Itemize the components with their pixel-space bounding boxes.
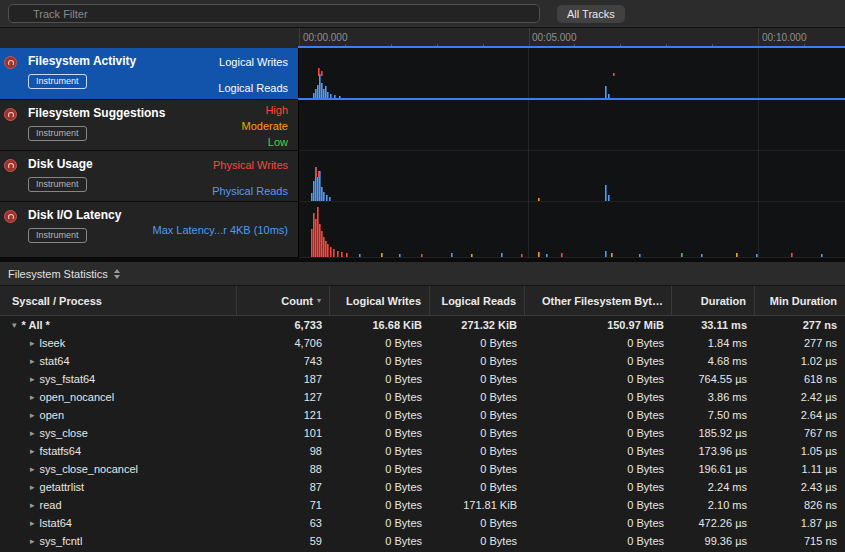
graph-spike (318, 68, 320, 76)
track-graph-filesystem-suggestions[interactable] (299, 100, 845, 151)
track-graph-disk-usage[interactable] (299, 151, 845, 202)
track-row-disk-usage[interactable]: Disk Usage Instrument Physical WritesPhy… (0, 151, 845, 202)
table-row[interactable]: ▾* All *6,73316.68 KiB271.32 KiB150.97 M… (0, 316, 845, 334)
stat-value: 0 Bytes (525, 535, 672, 547)
track-filter-input[interactable] (8, 4, 540, 23)
column-header-count[interactable]: Count ▾ (237, 286, 330, 315)
table-row[interactable]: ▸sys_fcntl590 Bytes0 Bytes0 Bytes99.36 µ… (0, 532, 845, 550)
track-header-filesystem-suggestions[interactable]: Filesystem Suggestions Instrument HighMo… (0, 100, 298, 151)
stat-value: 0 Bytes (525, 517, 672, 529)
column-header-other-filesystem-bytes[interactable]: Other Filesystem Byt… (525, 286, 672, 315)
stat-value: 618 ns (755, 373, 845, 385)
stat-value: 0 Bytes (330, 517, 430, 529)
detail-view-selector[interactable]: Filesystem Statistics (8, 268, 120, 280)
graph-spike (451, 253, 453, 257)
syscall-name: lstat64 (40, 517, 72, 529)
track-header-disk-usage[interactable]: Disk Usage Instrument Physical WritesPhy… (0, 151, 298, 202)
filesystem-activity-instrument-icon (4, 56, 17, 69)
stat-value: 4.68 ms (672, 355, 755, 367)
graph-spike (321, 83, 323, 99)
disk-usage-instrument-icon (4, 159, 17, 172)
graph-spike (326, 195, 328, 201)
stat-value: 2.10 ms (672, 499, 755, 511)
all-tracks-button[interactable]: All Tracks (557, 5, 625, 23)
track-graph-disk-io-latency[interactable] (299, 202, 845, 258)
graph-spike (605, 185, 607, 201)
stat-value: 1.11 µs (755, 463, 845, 475)
syscall-name: stat64 (40, 355, 70, 367)
table-row[interactable]: ▸open_nocancel1270 Bytes0 Bytes0 Bytes3.… (0, 388, 845, 406)
disclosure-collapsed-icon[interactable]: ▸ (30, 518, 35, 528)
stat-value: 1.87 µs (755, 517, 845, 529)
disclosure-collapsed-icon[interactable]: ▸ (30, 500, 35, 510)
table-row[interactable]: ▸lstat64630 Bytes0 Bytes0 Bytes472.26 µs… (0, 514, 845, 532)
disclosure-collapsed-icon[interactable]: ▸ (30, 428, 35, 438)
column-header-logical-writes[interactable]: Logical Writes (330, 286, 430, 315)
graph-spike (323, 237, 325, 257)
stat-value: 1.05 µs (755, 445, 845, 457)
table-row[interactable]: ▸open1210 Bytes0 Bytes0 Bytes7.50 ms2.64… (0, 406, 845, 424)
detail-view-label: Filesystem Statistics (8, 268, 108, 280)
column-header-syscall-process[interactable]: Syscall / Process (0, 286, 237, 315)
syscall-name: sys_close_nocancel (40, 463, 138, 475)
disclosure-expanded-icon[interactable]: ▾ (12, 320, 17, 330)
ruler-tick (299, 28, 300, 48)
timeline-ruler[interactable]: 00:00.000 00:05.000 00:10.000 (0, 28, 845, 48)
stat-value: 0 Bytes (525, 463, 672, 475)
stat-value: 0 Bytes (525, 427, 672, 439)
graph-spike (736, 253, 738, 257)
track-header-filesystem-activity[interactable]: Filesystem Activity Instrument Logical W… (0, 48, 298, 100)
table-row[interactable]: ▸fstatfs64980 Bytes0 Bytes0 Bytes173.96 … (0, 442, 845, 460)
table-row[interactable]: ▸sys_close1010 Bytes0 Bytes0 Bytes185.92… (0, 424, 845, 442)
graph-spike (521, 254, 523, 257)
stat-value: 0 Bytes (430, 337, 525, 349)
disclosure-collapsed-icon[interactable]: ▸ (30, 356, 35, 366)
ruler-tick (529, 28, 530, 48)
stat-value: 185.92 µs (672, 427, 755, 439)
graph-spike (319, 224, 321, 257)
table-row[interactable]: ▸read710 Bytes171.81 KiB0 Bytes2.10 ms82… (0, 496, 845, 514)
stat-value: 0 Bytes (430, 355, 525, 367)
syscall-name: sys_fstat64 (40, 373, 96, 385)
graph-spike (346, 253, 348, 257)
track-row-disk-io-latency[interactable]: Disk I/O Latency Instrument Max Latency.… (0, 202, 845, 258)
track-header-disk-io-latency[interactable]: Disk I/O Latency Instrument Max Latency.… (0, 202, 298, 258)
table-row[interactable]: ▸getattrlist870 Bytes0 Bytes0 Bytes2.24 … (0, 478, 845, 496)
instrument-badge: Instrument (28, 177, 87, 192)
track-row-filesystem-suggestions[interactable]: Filesystem Suggestions Instrument HighMo… (0, 100, 845, 151)
graph-spike (330, 247, 332, 257)
disclosure-collapsed-icon[interactable]: ▸ (30, 338, 35, 348)
graph-spike (701, 254, 703, 257)
table-row[interactable]: ▸sys_fstat641870 Bytes0 Bytes0 Bytes764.… (0, 370, 845, 388)
stat-value: 2.24 ms (672, 481, 755, 493)
table-row[interactable]: ▸sys_close_nocancel880 Bytes0 Bytes0 Byt… (0, 460, 845, 478)
column-header-duration[interactable]: Duration (672, 286, 755, 315)
graph-spike (315, 219, 317, 257)
table-row[interactable]: ▸lseek4,7060 Bytes0 Bytes0 Bytes1.84 ms2… (0, 334, 845, 352)
stat-value: 0 Bytes (430, 463, 525, 475)
column-header-logical-reads[interactable]: Logical Reads (430, 286, 525, 315)
syscall-name: getattrlist (40, 481, 85, 493)
track-graph-filesystem-activity[interactable] (299, 48, 845, 100)
stat-value: 0 Bytes (430, 427, 525, 439)
column-header-min-duration[interactable]: Min Duration (755, 286, 845, 315)
stat-value: 826 ns (755, 499, 845, 511)
stat-value: 16.68 KiB (330, 319, 430, 331)
stat-value: 173.96 µs (672, 445, 755, 457)
table-row[interactable]: ▸stat647430 Bytes0 Bytes0 Bytes4.68 ms1.… (0, 352, 845, 370)
syscall-name: lseek (40, 337, 66, 349)
disclosure-collapsed-icon[interactable]: ▸ (30, 446, 35, 456)
stat-value: 59 (237, 535, 330, 547)
stat-value: 88 (237, 463, 330, 475)
disclosure-collapsed-icon[interactable]: ▸ (30, 482, 35, 492)
disclosure-collapsed-icon[interactable]: ▸ (30, 392, 35, 402)
track-series-labels: Max Latency...r 4KB (10ms) (152, 222, 288, 238)
track-list: Filesystem Activity Instrument Logical W… (0, 48, 845, 258)
stat-value: 271.32 KiB (430, 319, 525, 331)
disclosure-collapsed-icon[interactable]: ▸ (30, 464, 35, 474)
track-row-filesystem-activity[interactable]: Filesystem Activity Instrument Logical W… (0, 48, 845, 100)
disclosure-collapsed-icon[interactable]: ▸ (30, 536, 35, 546)
disclosure-collapsed-icon[interactable]: ▸ (30, 374, 35, 384)
graph-spike (317, 85, 319, 99)
disclosure-collapsed-icon[interactable]: ▸ (30, 410, 35, 420)
